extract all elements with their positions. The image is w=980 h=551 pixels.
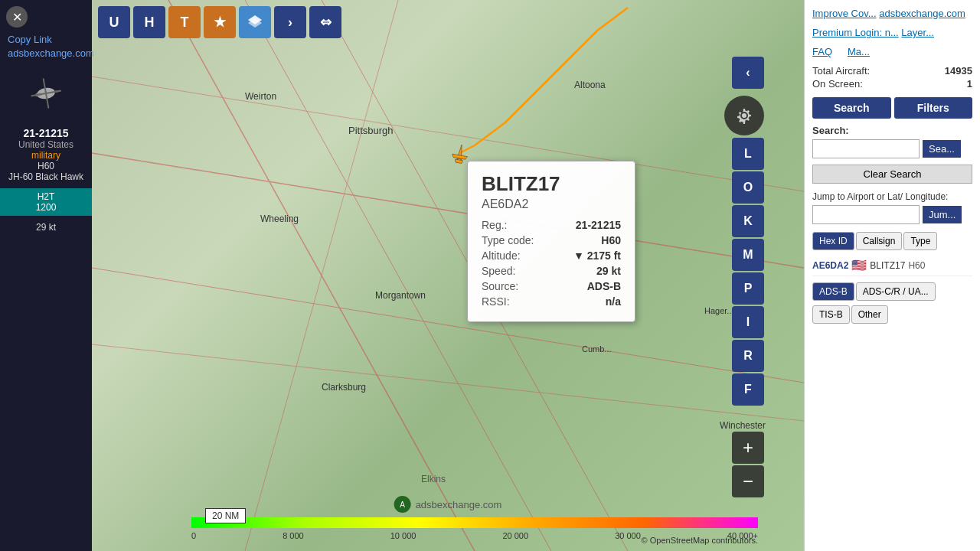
attribution-text: © OpenStreetMap contributors.	[642, 536, 758, 545]
popup-type-value: H60	[601, 234, 621, 246]
color-scale-bar	[191, 517, 758, 528]
side-buttons: L O K M P I R F	[732, 138, 764, 406]
improve-coverage-link[interactable]: Improve Cov...	[812, 8, 877, 19]
map-toolbar: U H T ★ › ⇔	[98, 6, 341, 38]
side-btn-i[interactable]: I	[732, 306, 764, 338]
watermark: A adsbexchange.com	[394, 496, 502, 513]
side-btn-l[interactable]: L	[732, 138, 764, 170]
popup-hex: AE6DA2	[482, 197, 621, 211]
popup-alt-label: Altitude:	[482, 249, 521, 262]
side-btn-k[interactable]: K	[732, 205, 764, 237]
layers-link[interactable]: Layer...	[901, 27, 934, 38]
right-panel: Improve Cov... adsbexchange.com Premium …	[804, 0, 980, 551]
search-tab-button[interactable]: Search	[812, 97, 891, 119]
squawk-bar: H2T 1200	[0, 188, 92, 216]
gear-button[interactable]	[724, 96, 764, 135]
clear-search-button[interactable]: Clear Search	[812, 165, 972, 184]
result-type: H60	[908, 260, 925, 271]
source-adsc[interactable]: ADS-C/R / UA...	[856, 282, 936, 301]
adsb-logo: A	[394, 496, 411, 513]
zoom-buttons: + −	[732, 432, 764, 497]
premium-login-link[interactable]: Premium Login: n...	[812, 27, 899, 38]
filters-tab-button[interactable]: Filters	[894, 97, 973, 119]
squawk-label: H2T	[38, 191, 55, 202]
adsb-url: adsbexchange.com	[3, 46, 99, 60]
aircraft-country: United States	[6, 139, 86, 150]
scale-label-4: 30 000	[615, 531, 641, 540]
popup-reg-label: Reg.:	[482, 219, 507, 231]
side-btn-p[interactable]: P	[732, 272, 764, 305]
filter-callsign[interactable]: Callsign	[856, 232, 903, 250]
scale-bar: 20 NM	[205, 508, 246, 523]
popup-speed-value: 29 kt	[596, 265, 621, 277]
result-hex[interactable]: AE6DA2	[812, 260, 848, 271]
adsb-exchange-link[interactable]: adsbexchange.com	[879, 8, 965, 19]
aircraft-popup: BLITZ17 AE6DA2 Reg.: 21-21215 Type code:…	[467, 161, 635, 322]
back-button[interactable]: ‹	[732, 57, 764, 89]
source-other[interactable]: Other	[851, 305, 888, 324]
jump-label: Jump to Airport or Lat/ Longitude:	[812, 191, 972, 202]
faq-link[interactable]: FAQ	[812, 46, 832, 57]
watermark-text: adsbexchange.com	[416, 499, 502, 510]
search-button[interactable]: Sea...	[923, 140, 961, 158]
squawk-value: 1200	[36, 202, 57, 213]
result-callsign: BLITZ17	[870, 260, 905, 271]
search-label: Search:	[812, 125, 972, 136]
aircraft-registration: 21-21215	[6, 127, 86, 139]
popup-source-value: ADS-B	[587, 280, 621, 292]
aircraft-name: JH-60 Black Hawk	[6, 171, 86, 182]
popup-speed-label: Speed:	[482, 265, 515, 277]
toolbar-layers-button[interactable]	[239, 6, 271, 38]
popup-callsign: BLITZ17	[482, 172, 621, 196]
toolbar-u-button[interactable]: U	[98, 6, 130, 38]
scale-label-1: 8 000	[283, 531, 304, 540]
zoom-in-button[interactable]: +	[732, 432, 764, 464]
zoom-out-button[interactable]: −	[732, 465, 764, 497]
jump-input[interactable]	[812, 205, 920, 224]
map-area[interactable]: U H T ★ › ⇔ ‹ L O K M P I R F	[92, 0, 804, 551]
popup-reg-value: 21-21215	[576, 219, 621, 231]
aircraft-type: H60	[6, 161, 86, 171]
popup-source-label: Source:	[482, 280, 518, 292]
filter-type[interactable]: Type	[903, 232, 937, 250]
source-adsb[interactable]: ADS-B	[812, 282, 854, 301]
toolbar-swap-button[interactable]: ⇔	[309, 6, 341, 38]
result-flag: 🇺🇸	[851, 258, 867, 272]
side-btn-f[interactable]: F	[732, 373, 764, 406]
search-input[interactable]	[812, 139, 920, 158]
toolbar-t-button[interactable]: T	[168, 6, 201, 38]
total-aircraft-value: 14935	[945, 65, 972, 77]
scale-label-0: 0	[191, 531, 196, 540]
close-button[interactable]: ✕	[6, 6, 28, 28]
result-row: AE6DA2 🇺🇸 BLITZ17 H60	[812, 255, 972, 276]
speed-display: 29 kt	[0, 219, 92, 236]
search-filter-tabs: Search Filters	[812, 97, 972, 119]
filter-tabs: Hex ID Callsign Type	[812, 232, 972, 250]
side-btn-o[interactable]: O	[732, 171, 764, 204]
toolbar-h-button[interactable]: H	[133, 6, 165, 38]
aircraft-silhouette	[23, 70, 69, 116]
on-screen-value: 1	[967, 78, 972, 90]
map-link[interactable]: Ma...	[848, 46, 870, 57]
filter-hex-id[interactable]: Hex ID	[812, 232, 854, 250]
scale-value: 20 NM	[212, 510, 239, 521]
popup-alt-value: ▼ 2175 ft	[573, 249, 621, 262]
scale-label-2: 10 000	[390, 531, 416, 540]
copy-link[interactable]: Copy Link	[3, 32, 57, 47]
side-btn-r[interactable]: R	[732, 340, 764, 372]
source-section: ADS-B ADS-C/R / UA... TIS-B Other	[812, 282, 972, 324]
popup-rssi-label: RSSI:	[482, 295, 510, 308]
total-aircraft-label: Total Aircraft:	[812, 65, 870, 77]
popup-type-label: Type code:	[482, 234, 534, 246]
left-panel: ✕ Copy Link adsbexchange.com 21-21215 Un…	[0, 0, 92, 551]
scale-label-3: 20 000	[502, 531, 528, 540]
source-tisb[interactable]: TIS-B	[812, 305, 850, 324]
side-btn-m[interactable]: M	[732, 239, 764, 271]
on-screen-label: On Screen:	[812, 78, 863, 90]
toolbar-star-button[interactable]: ★	[204, 6, 236, 38]
jump-button[interactable]: Jum...	[923, 206, 962, 223]
map-attribution: © OpenStreetMap contributors.	[642, 536, 758, 545]
toolbar-next-button[interactable]: ›	[274, 6, 306, 38]
aircraft-category: military	[6, 150, 86, 161]
popup-rssi-value: n/a	[606, 295, 621, 308]
